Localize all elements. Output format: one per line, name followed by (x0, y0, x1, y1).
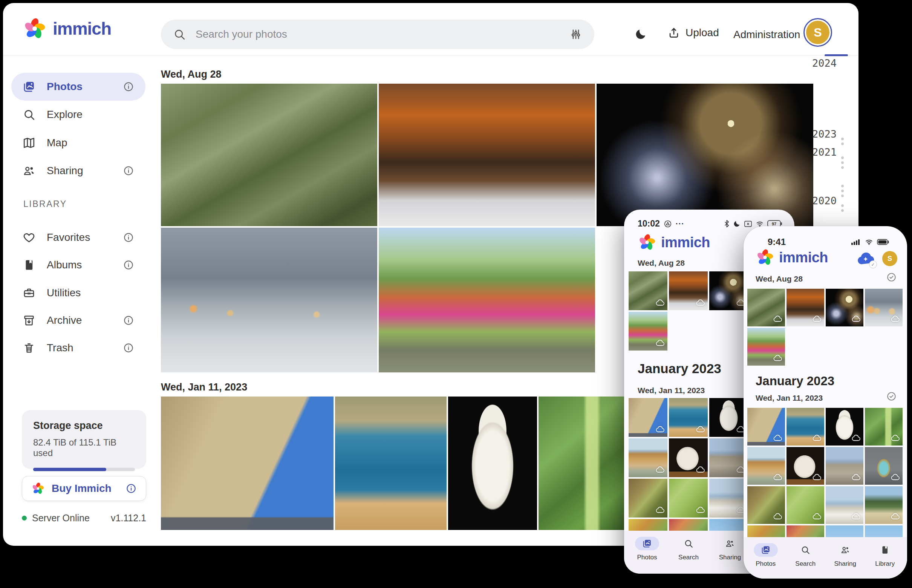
sidebar-item-sharing[interactable]: Sharing (11, 157, 145, 185)
timeline-year-label[interactable]: 2023 (812, 128, 837, 140)
theme-toggle-button[interactable] (634, 28, 647, 41)
select-all-check-icon[interactable] (886, 391, 897, 401)
photo-castle[interactable] (629, 398, 667, 437)
timeline-year-label[interactable]: 2020 (812, 195, 837, 207)
nav-sharing[interactable]: Sharing (825, 543, 865, 578)
timeline-dot (841, 209, 844, 212)
nav-search[interactable]: Search (668, 537, 709, 573)
photo-bust[interactable] (826, 408, 864, 446)
timeline-dot (841, 185, 844, 187)
sidebar-item-favorites[interactable]: Favorites (11, 223, 145, 251)
bluetooth-icon (724, 220, 730, 228)
photo-fireworks[interactable] (826, 289, 864, 326)
sidebar-item-map[interactable]: Map (11, 129, 145, 157)
photo-hands[interactable] (161, 228, 377, 372)
nav-photos[interactable]: Photos (746, 543, 786, 578)
avatar-initial: S (888, 255, 892, 263)
photo-fireworks[interactable] (597, 84, 813, 226)
info-icon[interactable] (126, 483, 137, 494)
brand-wordmark: immich (53, 18, 111, 39)
sidebar-item-trash[interactable]: Trash (11, 334, 145, 362)
info-icon[interactable] (123, 259, 134, 271)
photo-park[interactable] (629, 312, 667, 351)
info-icon[interactable] (123, 81, 134, 92)
search-icon (684, 539, 693, 548)
sharing-people-icon (840, 545, 850, 555)
cloud-backup-icon (773, 433, 782, 443)
photo-ruins[interactable] (709, 438, 748, 477)
photo-lizard1[interactable] (747, 486, 785, 524)
status-icons (851, 239, 890, 246)
sidebar-item-albums[interactable]: Albums (11, 251, 145, 279)
photo-coast[interactable] (786, 408, 824, 446)
search-bar[interactable] (161, 19, 594, 49)
sidebar-item-archive[interactable]: Archive (11, 307, 145, 334)
photo-bust[interactable] (448, 397, 537, 530)
timeline-year-label[interactable]: 2024 (812, 57, 837, 69)
photo-stone[interactable] (669, 438, 708, 477)
info-icon[interactable] (123, 165, 134, 176)
photo-hands[interactable] (865, 289, 902, 326)
timeline-year-label[interactable]: 2021 (812, 146, 837, 158)
sidebar-item-utilities[interactable]: Utilities (11, 279, 145, 307)
brand-wordmark: immich (779, 250, 828, 266)
photo-monkeys[interactable] (747, 289, 785, 326)
photo-monkeys[interactable] (629, 271, 667, 310)
buy-immich-button[interactable]: Buy Immich (22, 476, 146, 501)
photo-cliff[interactable] (629, 438, 667, 477)
sidebar-item-photos[interactable]: Photos (11, 73, 145, 101)
status-bar: 9:41 (744, 237, 907, 247)
photo-lizard2[interactable] (786, 486, 824, 524)
priority-mode-icon (663, 220, 672, 228)
user-avatar[interactable]: S (882, 251, 897, 266)
filter-sliders-icon[interactable] (570, 28, 582, 41)
photo-trophy[interactable] (865, 447, 902, 485)
immich-logo[interactable]: immich (23, 16, 111, 41)
photo-park[interactable] (379, 228, 595, 372)
nav-library[interactable]: Library (865, 543, 905, 578)
photo-stone[interactable] (786, 447, 824, 485)
nav-photos[interactable]: Photos (626, 537, 668, 573)
photo-church[interactable] (826, 486, 864, 524)
photo-village[interactable] (865, 486, 902, 524)
photo-castle[interactable] (161, 397, 334, 530)
administration-link[interactable]: Administration (733, 29, 800, 41)
photo-park[interactable] (747, 328, 785, 366)
photo-lizard2[interactable] (669, 479, 708, 517)
photo-dinner[interactable] (379, 84, 595, 226)
bottom-navigation: Photos Search Sharing Library (744, 537, 907, 578)
photo-dinner[interactable] (786, 289, 824, 326)
sidebar-item-explore[interactable]: Explore (11, 101, 145, 129)
utilities-toolbox-icon (23, 286, 36, 299)
photo-lizard1[interactable] (629, 479, 667, 517)
info-icon[interactable] (123, 232, 134, 243)
photo-grapes[interactable] (865, 408, 902, 446)
user-avatar[interactable]: S (804, 18, 832, 47)
sidebar-label: Utilities (47, 287, 81, 299)
photo-ruins[interactable] (826, 447, 864, 485)
select-all-check-icon[interactable] (886, 272, 897, 282)
backup-sync-cloud-icon[interactable]: ✓ (856, 250, 875, 267)
search-input[interactable] (195, 28, 560, 40)
upload-button[interactable]: Upload (667, 26, 719, 39)
photo-castle[interactable] (747, 408, 785, 446)
photo-cliff[interactable] (747, 447, 785, 485)
photo-bust[interactable] (709, 398, 748, 437)
cloud-backup-icon (696, 425, 705, 434)
info-icon[interactable] (123, 315, 134, 326)
photo-coast[interactable] (669, 398, 708, 437)
timeline-dot (841, 166, 844, 169)
photo-fireworks[interactable] (709, 271, 748, 310)
immich-logo-icon (638, 233, 657, 252)
nav-search[interactable]: Search (786, 543, 826, 578)
sidebar-label: Albums (47, 259, 82, 271)
photo-church[interactable] (709, 479, 748, 517)
info-icon[interactable] (123, 342, 134, 354)
cellular-signal-icon (851, 239, 861, 246)
photo-dinner[interactable] (669, 271, 708, 310)
photo-coast[interactable] (335, 397, 447, 530)
date-group-header: Wed, Aug 28 (161, 69, 221, 80)
library-icon (880, 545, 890, 555)
photo-monkeys[interactable] (161, 84, 377, 226)
photo-grapes[interactable] (539, 397, 625, 530)
